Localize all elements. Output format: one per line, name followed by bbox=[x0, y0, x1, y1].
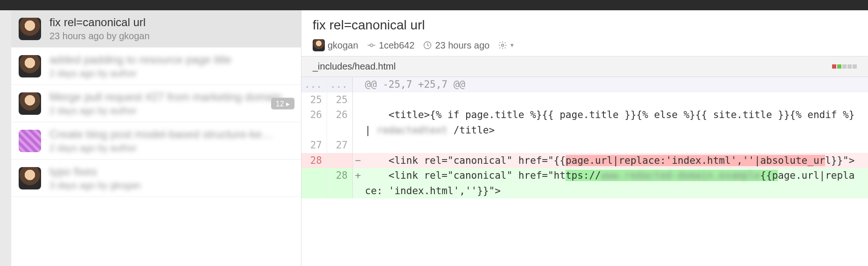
commit-detail-header: fix rel=canonical url gkogan 1ceb642 23 … bbox=[301, 10, 868, 56]
diff-sign: + bbox=[353, 168, 363, 198]
author-name: gkogan bbox=[328, 40, 358, 51]
diff-stats-indicator bbox=[832, 64, 857, 69]
diff-code[interactable] bbox=[363, 92, 868, 108]
commit-list-item[interactable]: fix rel=canonical url23 hours ago by gko… bbox=[11, 10, 301, 48]
history-gutter bbox=[0, 10, 11, 266]
chevron-down-icon: ▼ bbox=[509, 42, 515, 49]
file-path: _includes/head.html bbox=[313, 61, 396, 72]
diff-sign bbox=[353, 77, 363, 92]
line-number-old: 27 bbox=[301, 138, 327, 153]
commit-item-title: Merge pull request #27 from marketing do… bbox=[49, 91, 294, 104]
sha-group[interactable]: 1ceb642 bbox=[367, 40, 415, 51]
line-number-new: ... bbox=[327, 77, 353, 92]
avatar bbox=[313, 39, 325, 51]
commit-sha: 1ceb642 bbox=[379, 40, 415, 51]
line-number-old: ... bbox=[301, 77, 327, 92]
diff-sign bbox=[353, 92, 363, 108]
gear-icon bbox=[498, 41, 507, 50]
avatar bbox=[19, 167, 41, 189]
author-group[interactable]: gkogan bbox=[313, 39, 358, 51]
commit-detail-pane: fix rel=canonical url gkogan 1ceb642 23 … bbox=[301, 10, 868, 266]
diff-line: 28+ <link rel="canonical" href="https://… bbox=[301, 168, 868, 198]
commit-item-title: added padding to resource page title bbox=[49, 53, 294, 66]
commit-count-badge[interactable]: 12 ▸ bbox=[271, 98, 294, 109]
app-root: fix rel=canonical url23 hours ago by gko… bbox=[0, 10, 868, 266]
commit-list-item[interactable]: added padding to resource page title2 da… bbox=[11, 48, 301, 85]
svg-point-0 bbox=[370, 44, 373, 47]
diff-code[interactable]: <link rel="canonical" href="{{page.url|r… bbox=[363, 153, 868, 168]
diff-line: ......@@ -25,7 +25,7 @@ bbox=[301, 77, 868, 92]
diff-line: 28− <link rel="canonical" href="{{page.u… bbox=[301, 153, 868, 168]
commit-item-title: fix rel=canonical url bbox=[49, 16, 294, 29]
diff-code[interactable] bbox=[363, 138, 868, 153]
commit-list-item[interactable]: Create blog post model-based structure-k… bbox=[11, 122, 301, 160]
line-number-old bbox=[301, 168, 327, 198]
line-number-new: 28 bbox=[327, 168, 353, 198]
commit-meta-row: gkogan 1ceb642 23 hours ago ▼ bbox=[313, 39, 857, 51]
clock-icon bbox=[423, 41, 432, 50]
line-number-new: 26 bbox=[327, 107, 353, 138]
line-number-old: 28 bbox=[301, 153, 327, 168]
commit-list-item[interactable]: typo fixes3 days ago by gkogan bbox=[11, 160, 301, 197]
line-number-new bbox=[327, 153, 353, 168]
diff-line: 2525 bbox=[301, 92, 868, 108]
commit-item-meta: 2 days ago by author bbox=[49, 143, 294, 154]
commit-item-meta: 2 days ago by author bbox=[49, 105, 294, 116]
time-group: 23 hours ago bbox=[423, 40, 490, 51]
avatar bbox=[19, 18, 41, 40]
commit-list-item[interactable]: Merge pull request #27 from marketing do… bbox=[11, 85, 301, 122]
file-header-row[interactable]: _includes/head.html bbox=[301, 56, 868, 77]
commit-item-title: Create blog post model-based structure-k… bbox=[49, 128, 294, 141]
avatar bbox=[19, 92, 41, 115]
window-titlebar bbox=[0, 0, 868, 10]
diff-sign: − bbox=[353, 153, 363, 168]
diff-sign bbox=[353, 138, 363, 153]
commit-item-meta: 2 days ago by author bbox=[49, 68, 294, 79]
avatar bbox=[19, 55, 41, 77]
line-number-old: 25 bbox=[301, 92, 327, 108]
line-number-new: 25 bbox=[327, 92, 353, 108]
svg-point-4 bbox=[502, 44, 504, 47]
commit-icon bbox=[367, 41, 376, 50]
diff-line: 2727 bbox=[301, 138, 868, 153]
diff-code[interactable]: @@ -25,7 +25,7 @@ bbox=[363, 77, 868, 92]
diff-code[interactable]: <title>{% if page.title %}{{ page.title … bbox=[363, 107, 868, 138]
commit-item-title: typo fixes bbox=[49, 165, 294, 178]
diff-view: ......@@ -25,7 +25,7 @@25252626 <title>{… bbox=[301, 77, 868, 198]
avatar bbox=[19, 130, 41, 152]
commit-title: fix rel=canonical url bbox=[313, 18, 857, 33]
commit-history-pane: fix rel=canonical url23 hours ago by gko… bbox=[0, 10, 301, 266]
settings-dropdown[interactable]: ▼ bbox=[498, 41, 515, 50]
diff-line: 2626 <title>{% if page.title %}{{ page.t… bbox=[301, 107, 868, 138]
line-number-new: 27 bbox=[327, 138, 353, 153]
commit-item-meta: 3 days ago by gkogan bbox=[49, 180, 294, 191]
diff-sign bbox=[353, 107, 363, 138]
line-number-old: 26 bbox=[301, 107, 327, 138]
commit-time: 23 hours ago bbox=[435, 40, 490, 51]
commit-item-meta: 23 hours ago by gkogan bbox=[49, 31, 294, 42]
diff-code[interactable]: <link rel="canonical" href="https://www.… bbox=[363, 168, 868, 198]
